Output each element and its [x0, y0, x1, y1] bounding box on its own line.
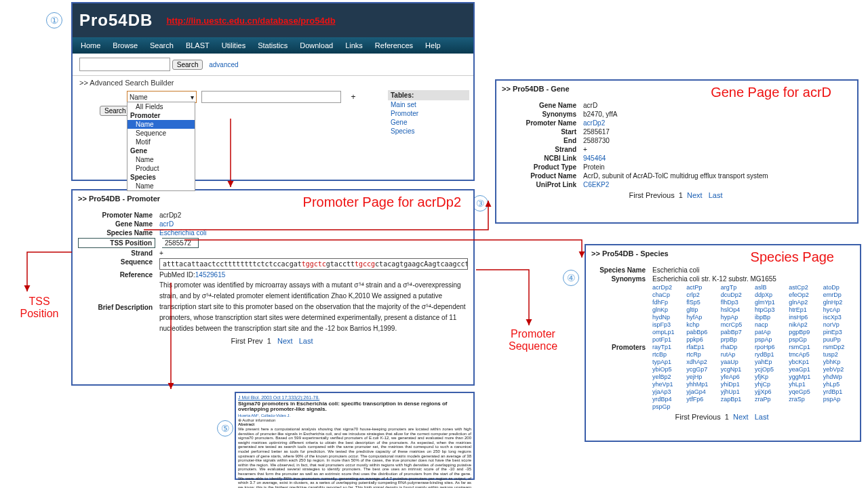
species-promoter-link[interactable]: yhLp1 [789, 381, 820, 388]
promoter-species-link[interactable]: Escherichia coli [159, 229, 468, 237]
nav-home[interactable]: Home [75, 41, 106, 49]
dd-option[interactable]: Species [127, 173, 195, 182]
species-promoter-link[interactable]: tusp2 [823, 351, 854, 358]
dd-option[interactable]: Sequence [127, 129, 195, 138]
species-promoter-link[interactable]: ispFp3 [652, 321, 684, 328]
species-promoter-link[interactable]: yjjXp6 [755, 388, 786, 395]
species-promoter-link[interactable]: patAp [755, 329, 786, 336]
nav-references[interactable]: References [370, 41, 418, 49]
dd-option[interactable]: Product [127, 164, 195, 173]
species-promoter-link[interactable]: ibpBp [755, 314, 786, 321]
table-link[interactable]: Species [388, 127, 469, 136]
gene-promoter-link[interactable]: acrDp2 [583, 119, 852, 127]
species-promoter-link[interactable]: actPp [686, 284, 717, 291]
species-promoter-link[interactable]: efeOp2 [789, 291, 820, 298]
table-link[interactable]: Main set [388, 100, 469, 109]
species-promoter-link[interactable]: zraSp [789, 396, 820, 403]
species-promoter-link[interactable]: yejHp [686, 373, 717, 380]
species-promoter-link[interactable]: astCp2 [789, 284, 820, 291]
species-promoter-link[interactable]: ycgGp7 [686, 366, 717, 373]
promoter-gene-link[interactable]: acrD [159, 220, 468, 228]
species-promoter-link[interactable]: zraPp [755, 396, 786, 403]
species-promoter-link[interactable]: rutAp [721, 351, 752, 358]
nav-statistics[interactable]: Statistics [252, 41, 293, 49]
ref-authors[interactable]: Huerta AM¹, Collado-Vides J. [238, 413, 471, 418]
species-promoter-link[interactable]: xdhAp2 [686, 359, 717, 365]
add-field-btn[interactable]: + [351, 92, 356, 102]
species-promoter-link[interactable]: glnHp2 [823, 299, 854, 306]
species-promoter-link[interactable]: yhhMp1 [686, 381, 717, 388]
pubmed-link[interactable]: 14529615 [195, 271, 226, 279]
species-promoter-link[interactable]: yqeGp5 [789, 388, 820, 395]
species-promoter-link[interactable]: glnKp [652, 306, 684, 313]
builder-search-button[interactable]: Search [100, 106, 131, 116]
site-url[interactable]: http://lin.uestc.edu.cn/database/pro54db [166, 16, 335, 26]
species-promoter-link[interactable]: acrDp2 [652, 284, 684, 291]
species-promoter-link[interactable]: rfaEp1 [686, 344, 717, 350]
species-promoter-link[interactable]: rpoHp6 [755, 344, 786, 350]
species-promoter-link[interactable]: yahEp [755, 359, 786, 365]
nav-utilities[interactable]: Utilities [216, 41, 251, 49]
search-button[interactable]: Search [172, 60, 203, 70]
species-promoter-link[interactable]: fdhFp [652, 299, 684, 306]
species-promoter-link[interactable]: zapBp1 [721, 396, 752, 403]
dd-option[interactable]: Gene [127, 146, 195, 155]
species-promoter-link[interactable]: yaaUp [721, 359, 752, 365]
species-promoter-link[interactable]: aslB [755, 284, 786, 291]
species-promoter-link[interactable]: ybhKp [823, 359, 854, 365]
species-promoter-link[interactable]: ppkp6 [686, 336, 717, 343]
species-promoter-link[interactable]: iscXp3 [823, 314, 854, 321]
species-promoter-link[interactable]: ytfFp6 [686, 396, 717, 403]
builder-term-input[interactable] [201, 91, 341, 103]
species-promoter-link[interactable]: hycAp [823, 306, 854, 313]
nav-links[interactable]: Links [340, 41, 368, 49]
species-promoter-link[interactable]: atoDp [823, 284, 854, 291]
species-promoter-link[interactable]: puuPp [823, 336, 854, 343]
uniprot-link[interactable]: C6EKP2 [583, 181, 852, 188]
species-promoter-link[interactable]: nikAp2 [789, 321, 820, 328]
species-promoter-link[interactable]: hypAp [721, 314, 752, 321]
species-promoter-link[interactable]: rydBp1 [755, 351, 786, 358]
nav-download[interactable]: Download [294, 41, 338, 49]
species-promoter-link[interactable]: crlp2 [686, 291, 717, 298]
species-promoter-link[interactable]: nacp [755, 321, 786, 328]
species-promoter-link[interactable]: ddpXp [755, 291, 786, 298]
dd-option[interactable]: Name [127, 182, 195, 190]
species-promoter-link[interactable]: rsmDp2 [823, 344, 854, 350]
dd-option[interactable]: All Fields [127, 102, 195, 111]
species-promoter-link[interactable]: rayTp1 [652, 344, 684, 350]
species-promoter-link[interactable]: ycgNp1 [721, 366, 752, 373]
table-link[interactable]: Gene [388, 118, 469, 127]
species-promoter-link[interactable]: yrdBp1 [823, 388, 854, 395]
species-promoter-link[interactable]: flhDp3 [721, 299, 752, 306]
species-promoter-link[interactable]: ompLp1 [652, 329, 684, 336]
ncbi-link[interactable]: 945464 [583, 155, 852, 162]
species-promoter-link[interactable]: glmYp1 [755, 299, 786, 306]
species-promoter-link[interactable]: pspAp [755, 336, 786, 343]
species-promoter-link[interactable]: pinEp3 [823, 329, 854, 336]
species-promoter-link[interactable]: glnAp2 [789, 299, 820, 306]
species-promoter-link[interactable]: typAp1 [652, 359, 684, 365]
species-promoter-link[interactable]: rsmCp1 [789, 344, 820, 350]
species-promoter-link[interactable]: pabBp7 [721, 329, 752, 336]
dd-option[interactable]: Name [127, 120, 195, 129]
species-promoter-link[interactable]: yhjCp [755, 381, 786, 388]
species-promoter-link[interactable]: hslOp4 [721, 306, 752, 313]
species-promoter-link[interactable]: kchp [686, 321, 717, 328]
species-promoter-link[interactable]: ycjOp5 [755, 366, 786, 373]
species-promoter-link[interactable]: rtcRp [686, 351, 717, 358]
species-promoter-link[interactable]: rhaDp [721, 344, 752, 350]
search-input[interactable] [79, 58, 170, 71]
species-promoter-link[interactable]: yjaAp3 [652, 388, 684, 395]
species-promoter-link[interactable]: yebVp2 [823, 366, 854, 373]
species-promoter-link[interactable]: emrDp [823, 291, 854, 298]
species-promoter-link[interactable]: yrdBp4 [652, 396, 684, 403]
species-promoter-link[interactable]: yjhUp1 [721, 388, 752, 395]
species-promoter-link[interactable]: yfeAp6 [721, 373, 752, 380]
nav-search[interactable]: Search [144, 41, 179, 49]
nav-help[interactable]: Help [420, 41, 446, 49]
species-promoter-link[interactable]: pspGp [652, 403, 684, 410]
dd-option[interactable]: Promoter [127, 111, 195, 120]
species-promoter-link[interactable]: yfjKp [755, 373, 786, 380]
field-dropdown[interactable]: Name▾ All FieldsPromoterNameSequenceMoti… [127, 91, 197, 103]
